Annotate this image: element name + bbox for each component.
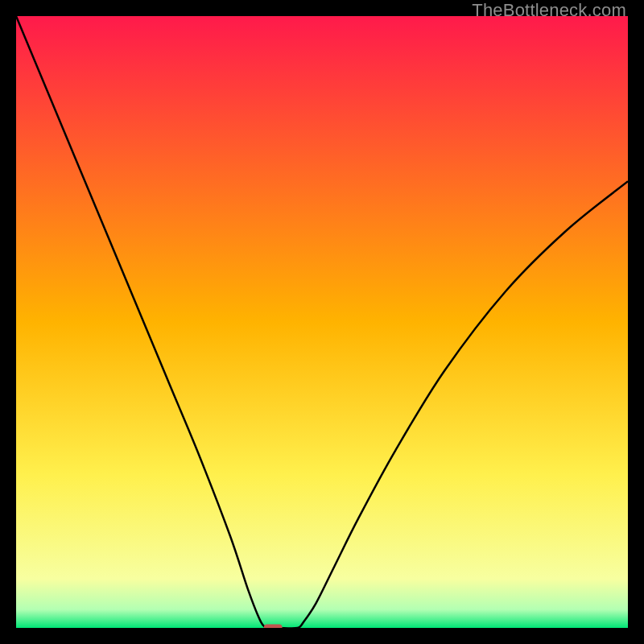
bottleneck-chart [16,16,628,628]
chart-frame: TheBottleneck.com [0,0,644,644]
gradient-background [16,16,628,628]
optimal-marker [264,624,283,628]
plot-area [16,16,628,628]
watermark-text: TheBottleneck.com [472,0,626,21]
